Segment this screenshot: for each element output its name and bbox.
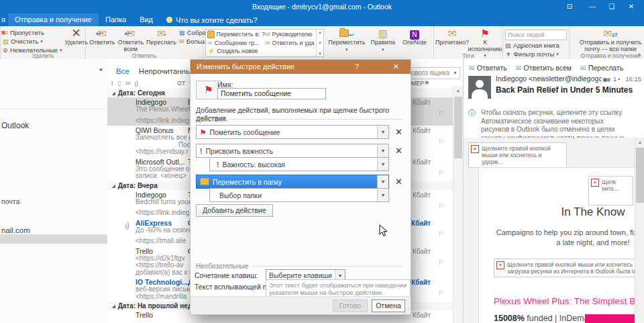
- column-importance[interactable]: !: [111, 80, 113, 87]
- folder-item-mail[interactable]: почта: [1, 197, 19, 205]
- dropdown-icon[interactable]: ▼: [377, 189, 388, 201]
- folder-item-account[interactable]: nail.com: [1, 226, 30, 234]
- restore-icon[interactable]: ❑: [604, 0, 619, 13]
- blocked-image-placeholder[interactable]: ✕ Щелкните правой кнопкой мыши или косни…: [494, 259, 644, 277]
- column-item-type-icon[interactable]: ▯: [117, 80, 121, 87]
- action-select-flag-message[interactable]: ⚑Пометить сообщение ▼: [196, 125, 389, 139]
- forward-button[interactable]: ✉→ Переслать: [145, 28, 178, 46]
- rules-button[interactable]: ▥ Правила▾: [368, 28, 398, 52]
- group-label-respond: Ответить: [86, 52, 203, 59]
- attachment-icon: [125, 220, 129, 232]
- importance-value-select[interactable]: !Важность: высокая ▼: [209, 157, 389, 171]
- help-icon[interactable]: ?: [352, 60, 362, 74]
- quick-steps-scroll[interactable]: ▲▼▼: [316, 30, 323, 56]
- envelope-icon: ✉: [207, 40, 213, 46]
- blocked-image-placeholder[interactable]: ✕ Щелкните правой кнопкой мыши или косни…: [468, 142, 567, 168]
- tab-send-receive[interactable]: Отправка и получение: [8, 13, 99, 26]
- dropdown-icon[interactable]: ▼: [377, 158, 388, 171]
- done-button[interactable]: Готово: [333, 299, 368, 312]
- ignore-button[interactable]: ✉✕Пропустить: [3, 30, 62, 36]
- placeholder-text: загрузка рисунка из Интернета в Outlook …: [507, 268, 644, 275]
- folder-choice-select[interactable]: Выбор папки ▼: [209, 188, 389, 202]
- scrollbar-thumb[interactable]: [636, 148, 644, 203]
- title-bar: Входящие - dmitrycv1@gmail.com - Outlook…: [0, 0, 644, 13]
- add-action-button[interactable]: Добавить действие: [196, 204, 273, 217]
- quick-step-team-email[interactable]: ✉Сообщение гр...: [207, 39, 265, 48]
- mail-filter-button[interactable]: ▼Фильтр почты▾: [505, 51, 567, 58]
- delete-action-icon[interactable]: ✕: [395, 146, 402, 156]
- reply-all-link[interactable]: ✉Ответить всем: [516, 64, 572, 72]
- quick-step-move-to[interactable]: Переместить в: ?: [207, 30, 265, 39]
- reading-pane-scrollbar[interactable]: ▲: [635, 138, 644, 323]
- tab-all-mail[interactable]: Все: [116, 67, 129, 75]
- minimize-icon[interactable]: —: [585, 0, 600, 13]
- tab-folder[interactable]: Папка: [99, 13, 133, 26]
- action-select-move-to-folder[interactable]: Переместить в папку ▼: [196, 175, 389, 189]
- tell-me-box[interactable]: Что вы хотите сделать?: [160, 16, 264, 24]
- search-people-input[interactable]: Поиск людей: [505, 30, 567, 40]
- delete-action-icon[interactable]: ✕: [395, 177, 402, 187]
- message-sender: Trello: [136, 311, 153, 319]
- delete-action-icon[interactable]: ✕: [395, 127, 402, 137]
- ribbon-tab-row: я Отправка и получение Папка Вид Что вы …: [0, 13, 644, 26]
- quick-step-reply-delete[interactable]: ✉Ответить и уда...: [265, 39, 315, 48]
- send-receive-button[interactable]: ✉⇄ Отправить и получить почту — все папк…: [572, 28, 644, 52]
- cleanup-button[interactable]: ▨Очистить▾: [3, 38, 62, 45]
- dropdown-icon[interactable]: ▼: [377, 175, 388, 188]
- scroll-up-icon[interactable]: ▲: [453, 86, 463, 95]
- quick-step-to-manager[interactable]: ✉Руководителю: [265, 30, 315, 39]
- blocked-image-placeholder[interactable]: ✕ Щелк ните...: [588, 176, 633, 205]
- dropdown-icon[interactable]: ▼: [377, 144, 388, 157]
- scrollbar-thumb[interactable]: [454, 97, 462, 158]
- reply-button[interactable]: ✉↩ Ответить: [88, 28, 116, 46]
- mouse-cursor: [379, 224, 388, 240]
- folder-icon: [200, 178, 209, 185]
- tab-view[interactable]: Вид: [133, 13, 160, 26]
- message-sender: Indiegogo: [136, 98, 166, 106]
- ribbon-group-respond: ✉↩ Ответить ✉↩ Ответить всем ✉→ Переслат…: [86, 26, 203, 59]
- broken-image-icon: ✕: [591, 179, 599, 187]
- address-book-button[interactable]: ▤Адресная книга: [505, 42, 567, 49]
- infobar-text: Чтобы скачать рисунки, щелкните эту ссыл…: [481, 109, 626, 142]
- column-attachment-icon[interactable]: [134, 80, 138, 89]
- recipients-badge[interactable]: 1▾: [602, 75, 620, 83]
- group-label-send-receive: Отправка и получение: [570, 52, 644, 59]
- read-unread-button[interactable]: ✉ Прочитано?: [436, 28, 468, 46]
- message-list-scrollbar[interactable]: ▲: [453, 86, 463, 323]
- quick-step-create-new[interactable]: ⚡Создать новое: [207, 47, 265, 56]
- reply-icon: ✉: [469, 64, 475, 72]
- move-button[interactable]: ↩ Переместить▾: [325, 28, 368, 52]
- message-sender: QIWI Bonus: [136, 126, 174, 134]
- ribbon-display-options-icon[interactable]: ⊡: [562, 0, 577, 13]
- importance-icon: !: [200, 147, 203, 155]
- reply-link[interactable]: ✉Ответить: [469, 64, 507, 72]
- message-sender: AliExpress: [136, 219, 172, 227]
- campaign-title-link[interactable]: Plexus Wheel Plus: The Simplest Back: [494, 296, 644, 306]
- column-from[interactable]: ОТ: [177, 80, 186, 87]
- close-icon[interactable]: ✕: [624, 0, 639, 13]
- folder-item-selected[interactable]: [0, 234, 107, 244]
- onenote-button[interactable]: N OneNote: [398, 28, 431, 46]
- search-scope-dropdown-icon[interactable]: ▼: [451, 68, 460, 79]
- reply-all-button[interactable]: ✉↩ Ответить всем: [116, 28, 144, 52]
- folder-pane: ◂ Outlook почта nail.com: [0, 59, 108, 323]
- folder-pane-divider: [0, 109, 107, 109]
- resize-grip[interactable]: ⋰: [404, 308, 409, 314]
- folder-item-outlook[interactable]: Outlook: [1, 121, 29, 130]
- tab-unread-mail[interactable]: Непрочитанные: [139, 67, 196, 75]
- column-reminder-icon[interactable]: ✉: [125, 80, 131, 87]
- column-flag-icon[interactable]: ⚑: [424, 80, 429, 87]
- quick-steps-gallery: Переместить в: ? ✉Руководителю ✉Сообщени…: [205, 29, 324, 57]
- collapse-folder-pane-icon[interactable]: ◂: [99, 66, 102, 73]
- scroll-up-icon[interactable]: ▲: [635, 138, 644, 146]
- name-input[interactable]: Пометить сообщение: [217, 88, 326, 99]
- close-icon[interactable]: ✕: [390, 60, 401, 74]
- dropdown-icon[interactable]: ▼: [377, 126, 388, 138]
- forward-link[interactable]: ✉Переслать: [580, 64, 623, 72]
- flag-icon: ⚑: [200, 128, 206, 136]
- collapse-ribbon-icon[interactable]: ∧: [637, 52, 641, 58]
- tab-home-cut[interactable]: я: [0, 13, 8, 26]
- cancel-button[interactable]: Отмена: [372, 299, 405, 312]
- action-select-set-importance[interactable]: !Присвоить важность ▼: [196, 144, 389, 158]
- tell-me-label: Что вы хотите сделать?: [176, 16, 258, 24]
